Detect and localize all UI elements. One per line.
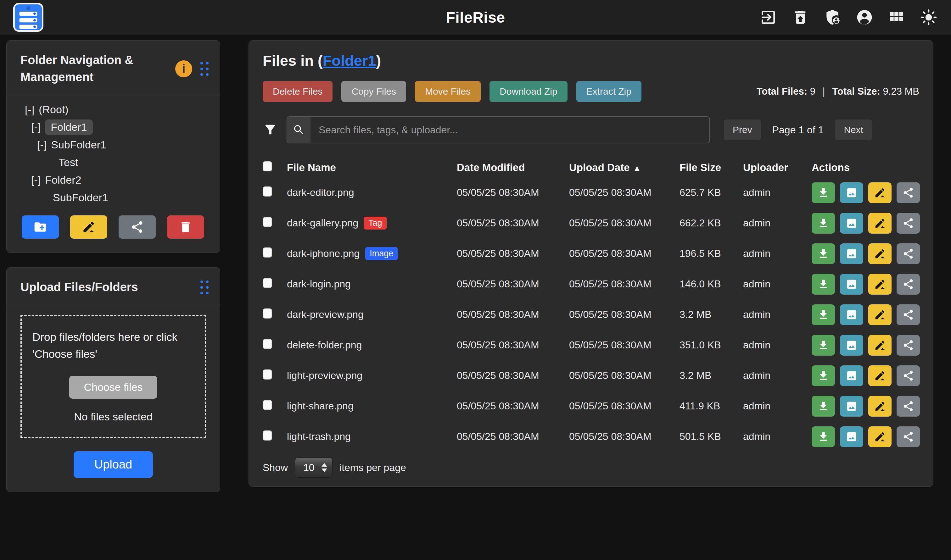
file-name[interactable]: dark-editor.png: [287, 187, 354, 198]
upload-dropzone[interactable]: Drop files/folders here or click 'Choose…: [20, 315, 206, 438]
share-button[interactable]: [897, 243, 920, 264]
tree-item-folder2[interactable]: [-]Folder2: [6, 171, 220, 189]
file-name[interactable]: light-preview.png: [287, 370, 362, 382]
select-all-checkbox[interactable]: [263, 161, 272, 171]
share-button[interactable]: [897, 396, 920, 417]
grid-view-icon[interactable]: [888, 8, 906, 26]
download-button[interactable]: [812, 274, 835, 295]
row-checkbox[interactable]: [263, 248, 272, 257]
tree-toggle[interactable]: [-]: [31, 174, 40, 186]
rename-folder-button[interactable]: [70, 215, 107, 238]
download-button[interactable]: [812, 305, 835, 325]
tree-item-subfolder1[interactable]: [-]SubFolder1: [6, 136, 220, 154]
delete-files-button[interactable]: Delete Files: [263, 81, 333, 102]
current-folder-link[interactable]: Folder1: [323, 52, 376, 69]
download-button[interactable]: [812, 396, 835, 417]
admin-shield-icon[interactable]: [823, 8, 842, 26]
prev-page-button[interactable]: Prev: [724, 120, 761, 140]
file-name[interactable]: light-share.png: [287, 400, 354, 412]
row-checkbox[interactable]: [263, 339, 272, 349]
share-button[interactable]: [897, 182, 920, 203]
drag-handle-icon[interactable]: [200, 62, 208, 76]
rename-button[interactable]: [868, 243, 892, 264]
user-icon[interactable]: [855, 8, 874, 26]
download-button[interactable]: [812, 243, 835, 264]
copy-files-button[interactable]: Copy Files: [341, 81, 406, 102]
column-header-file-name[interactable]: File Name: [287, 162, 457, 174]
theme-toggle-icon[interactable]: [920, 8, 938, 26]
column-header-actions[interactable]: Actions: [812, 162, 919, 174]
row-checkbox[interactable]: [263, 217, 272, 227]
preview-button[interactable]: [840, 213, 863, 234]
exit-icon[interactable]: [759, 8, 777, 26]
download-button[interactable]: [812, 182, 835, 203]
tree-item-root[interactable]: [-](Root): [6, 101, 220, 118]
share-button[interactable]: [897, 274, 920, 295]
share-folder-button[interactable]: [119, 215, 156, 238]
download-button[interactable]: [812, 213, 835, 234]
column-header-upload-date[interactable]: Upload Date▲: [569, 162, 680, 174]
filter-icon[interactable]: [263, 121, 278, 138]
share-button[interactable]: [897, 213, 920, 234]
column-header-date-modified[interactable]: Date Modified: [457, 162, 569, 174]
download-button[interactable]: [812, 365, 835, 386]
tree-toggle[interactable]: [-]: [31, 121, 40, 133]
rename-button[interactable]: [868, 274, 892, 295]
share-button[interactable]: [897, 365, 920, 386]
preview-button[interactable]: [840, 305, 863, 325]
tree-toggle[interactable]: [-]: [37, 138, 46, 151]
tree-item-folder1[interactable]: [-]Folder1: [6, 118, 220, 136]
file-name[interactable]: delete-folder.png: [287, 339, 362, 351]
row-checkbox[interactable]: [263, 278, 272, 288]
rename-button[interactable]: [868, 426, 892, 447]
tree-item-test[interactable]: Test: [6, 154, 220, 171]
column-header-uploader[interactable]: Uploader: [743, 162, 812, 174]
preview-button[interactable]: [840, 274, 863, 295]
row-checkbox[interactable]: [263, 431, 272, 440]
download-button[interactable]: [812, 426, 835, 447]
file-name[interactable]: dark-gallery.png: [287, 217, 358, 229]
share-button[interactable]: [897, 426, 920, 447]
rename-button[interactable]: [868, 213, 892, 234]
delete-folder-button[interactable]: [167, 215, 204, 238]
info-icon[interactable]: i: [175, 60, 192, 77]
app-logo-icon[interactable]: [13, 3, 43, 32]
extract-zip-button[interactable]: Extract Zip: [576, 81, 641, 102]
row-checkbox[interactable]: [263, 400, 272, 410]
upload-button[interactable]: Upload: [74, 451, 153, 478]
search-input[interactable]: [310, 117, 709, 143]
row-checkbox[interactable]: [263, 186, 272, 197]
rename-button[interactable]: [868, 305, 892, 325]
next-page-button[interactable]: Next: [835, 120, 872, 140]
rename-button[interactable]: [868, 182, 892, 203]
rename-button[interactable]: [868, 335, 892, 355]
row-checkbox[interactable]: [263, 369, 272, 380]
drag-handle-icon[interactable]: [200, 280, 208, 294]
rename-button[interactable]: [868, 396, 892, 417]
items-per-page-select[interactable]: 10: [295, 457, 333, 478]
rename-button[interactable]: [868, 365, 892, 386]
tree-toggle[interactable]: [-]: [25, 103, 34, 116]
tree-item-subfolder1[interactable]: SubFolder1: [6, 189, 220, 206]
row-checkbox[interactable]: [263, 308, 272, 318]
preview-button[interactable]: [840, 182, 863, 203]
column-header-file-size[interactable]: File Size: [680, 162, 743, 174]
preview-button[interactable]: [840, 396, 863, 417]
file-name[interactable]: dark-preview.png: [287, 309, 364, 320]
move-files-button[interactable]: Move Files: [415, 81, 481, 102]
share-button[interactable]: [897, 335, 920, 355]
create-folder-button[interactable]: [22, 215, 59, 238]
file-name[interactable]: light-trash.png: [287, 431, 351, 442]
file-name[interactable]: dark-login.png: [287, 278, 351, 290]
preview-button[interactable]: [840, 365, 863, 386]
preview-button[interactable]: [840, 426, 863, 447]
share-button[interactable]: [897, 305, 920, 325]
preview-button[interactable]: [840, 243, 863, 264]
trash-restore-icon[interactable]: [791, 8, 809, 26]
choose-files-button[interactable]: Choose files: [69, 376, 157, 399]
download-button[interactable]: [812, 335, 835, 355]
file-name[interactable]: dark-iphone.png: [287, 248, 359, 259]
download-zip-button[interactable]: Download Zip: [490, 81, 567, 102]
search-icon[interactable]: [287, 117, 310, 143]
preview-button[interactable]: [840, 335, 863, 355]
